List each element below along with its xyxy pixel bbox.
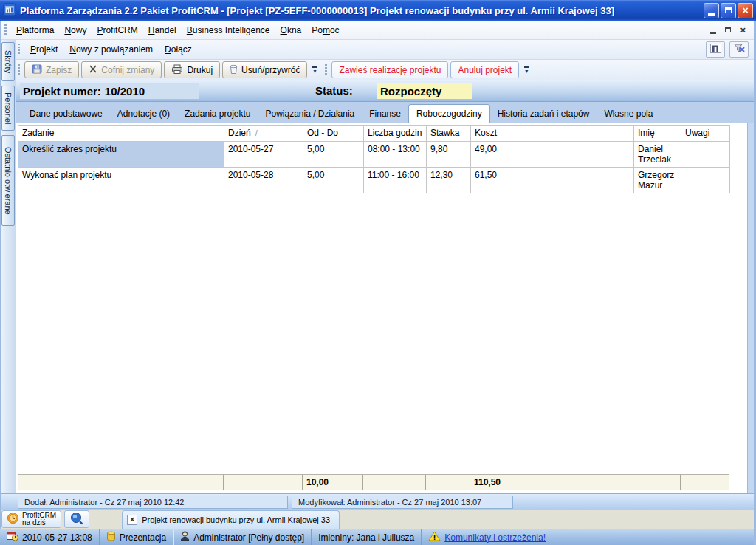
column-header-stawka[interactable]: Stawka [427, 126, 471, 142]
toolbar-grip[interactable] [325, 64, 327, 76]
statusbar-datetime: 2010-05-27 13:08 [0, 529, 100, 545]
column-header-zadanie[interactable]: Zadanie [18, 126, 224, 142]
statusbar-messages: Komunikaty i ostrzeżenia! [422, 529, 552, 545]
mdi-restore-button[interactable] [725, 27, 731, 32]
title-bar: Platforma Zarządzania 2.2 Pakiet ProfitC… [0, 0, 756, 21]
roboczogodziny-panel: Zadanie Dzień/ Od - Do Liczba godzin Sta… [16, 123, 748, 493]
summary-cost-total: 110,50 [470, 475, 633, 490]
search-icon [70, 512, 84, 527]
minimize-icon [708, 13, 715, 16]
application-taskbar: ProfitCRMna dziś × Projekt renowacji bud… [0, 510, 756, 529]
tab-historia-zadan[interactable]: Historia zadań i etapów [490, 106, 597, 123]
toolbar-grip[interactable] [18, 64, 20, 76]
app-icon [3, 3, 16, 18]
column-header-imie[interactable]: Imię [634, 126, 681, 142]
project-number-field: Projekt numer: 10/2010 [20, 83, 199, 99]
open-document-tab[interactable]: × Projekt renowacji budynku przy ul. Arm… [122, 510, 340, 529]
chart-icon [710, 44, 721, 55]
tab-finanse[interactable]: Finanse [362, 106, 408, 123]
column-header-liczba-godzin[interactable]: Liczba godzin [364, 126, 427, 142]
toolbar-projekt[interactable]: Projekt [24, 42, 63, 57]
clear-filter-button[interactable] [729, 41, 749, 58]
mdi-minimize-button[interactable] [710, 32, 716, 34]
tab-powiazania-dzialania[interactable]: Powiązania / Działania [258, 106, 362, 123]
column-header-dzien[interactable]: Dzień/ [224, 126, 303, 142]
window-frame-left [0, 21, 1, 529]
tab-wlasne-pola[interactable]: Własne pola [597, 106, 660, 123]
sort-ascending-icon: / [255, 128, 258, 137]
search-button[interactable] [64, 510, 89, 528]
suspend-project-button[interactable]: Zawieś realizację projektu [331, 61, 448, 78]
minimize-button[interactable] [704, 3, 719, 18]
tab-zadania-projektu[interactable]: Zadania projektu [177, 106, 258, 123]
undo-changes-button[interactable]: Cofnij zmiany [81, 61, 162, 78]
menu-okna[interactable]: Okna [275, 23, 307, 38]
restore-button[interactable] [721, 3, 736, 18]
menu-handel[interactable]: Handel [143, 23, 182, 38]
save-icon [32, 64, 42, 76]
tab-dane-podstawowe[interactable]: Dane podstawowe [22, 106, 110, 123]
user-icon [180, 531, 190, 544]
table-header-row: Zadanie Dzień/ Od - Do Liczba godzin Sta… [18, 126, 730, 142]
cancel-project-button[interactable]: Anuluj projekt [450, 61, 519, 78]
profitcrm-today-button[interactable]: ProfitCRMna dziś [1, 510, 61, 528]
close-button[interactable]: × [738, 3, 753, 18]
statusbar-database: Prezentacja [100, 529, 173, 545]
printer-icon [171, 64, 183, 76]
menu-business-intelligence[interactable]: Business Intelligence [182, 23, 275, 38]
actions-toolbar: Zapisz Cofnij zmiany Drukuj Usuń/przywró… [16, 60, 756, 80]
sidebar-tab-ostatnio-otwierane[interactable]: Ostatnio otwierane [1, 135, 15, 226]
menu-nowy[interactable]: Nowy [59, 23, 92, 38]
sidebar-tab-skroty[interactable]: Skróty [1, 42, 15, 81]
tab-adnotacje[interactable]: Adnotacje (0) [110, 106, 177, 123]
summary-hours-total: 10,00 [303, 475, 363, 490]
work-hours-table: Zadanie Dzień/ Od - Do Liczba godzin Sta… [18, 125, 730, 193]
trash-icon [230, 64, 238, 76]
menu-platforma[interactable]: Platforma [11, 23, 59, 38]
tab-roboczogodziny[interactable]: Roboczogodziny [408, 104, 490, 123]
project-header-strip: Projekt numer: 10/2010 Status: Rozpoczęt… [16, 80, 756, 102]
messages-warnings-link[interactable]: Komunikaty i ostrzeżenia! [444, 532, 546, 543]
table-row[interactable]: Określić zakres projektu 2010-05-27 5,00… [18, 142, 730, 168]
added-by-text: Dodał: Administrator - Cz 27 maj 2010 12… [18, 496, 288, 509]
left-sidebar: Skróty Personel Ostatnio otwierane [0, 40, 16, 493]
toolbar-grip[interactable] [4, 24, 7, 36]
calendar-clock-icon [7, 531, 18, 544]
delete-restore-button[interactable]: Usuń/przywróć [222, 61, 307, 78]
tab-content: Zadanie Dzień/ Od - Do Liczba godzin Sta… [16, 123, 756, 493]
menu-profitcrm[interactable]: ProfitCRM [92, 23, 142, 38]
mdi-close-button[interactable]: × [740, 27, 746, 34]
toolbar-grip[interactable] [18, 44, 20, 55]
statusbar-nameday: Imieniny: Jana i Juliusza [312, 529, 422, 545]
save-button[interactable]: Zapisz [24, 61, 79, 78]
toolbar-overflow-button[interactable]: ▾ [522, 61, 531, 79]
column-header-uwagi[interactable]: Uwagi [681, 126, 730, 142]
chevron-down-icon: ▾ [313, 69, 316, 74]
warning-icon [428, 531, 441, 544]
today-icon [7, 512, 19, 527]
menu-pomoc[interactable]: Pomoc [306, 23, 344, 38]
status-value-field: Rozpoczęty [377, 83, 472, 99]
project-toolbar: Projekt Nowy z powiązaniem Dołącz [16, 40, 756, 60]
document-tab-label: Projekt renowacji budynku przy ul. Armii… [142, 515, 330, 524]
application-window: Platforma Zarządzania 2.2 Pakiet ProfitC… [0, 0, 756, 545]
toolbar-dolacz[interactable]: Dołącz [159, 42, 198, 57]
table-row[interactable]: Wykonać plan projektu 2010-05-28 5,00 11… [18, 168, 730, 193]
status-value: Rozpoczęty [380, 85, 441, 97]
window-title: Platforma Zarządzania 2.2 Pakiet ProfitC… [20, 5, 702, 16]
database-icon [106, 531, 116, 544]
chart-button[interactable] [706, 41, 725, 58]
status-bar: 2010-05-27 13:08 Prezentacja Administrat… [0, 529, 756, 545]
close-document-icon[interactable]: × [127, 515, 137, 525]
sidebar-tab-personel[interactable]: Personel [1, 86, 15, 131]
toolbar-overflow-button[interactable]: ▾ [310, 61, 319, 79]
table-summary-row: 10,00 110,50 [18, 474, 729, 490]
column-header-od-do[interactable]: Od - Do [303, 126, 364, 142]
column-header-koszt[interactable]: Koszt [471, 126, 634, 142]
project-number-value: 10/2010 [105, 85, 145, 97]
status-label: Status: [315, 84, 353, 97]
restore-icon [725, 7, 732, 13]
toolbar-nowy-z-powiazaniem[interactable]: Nowy z powiązaniem [63, 42, 159, 57]
project-number-label: Projekt numer: [23, 85, 101, 97]
print-button[interactable]: Drukuj [164, 61, 220, 78]
